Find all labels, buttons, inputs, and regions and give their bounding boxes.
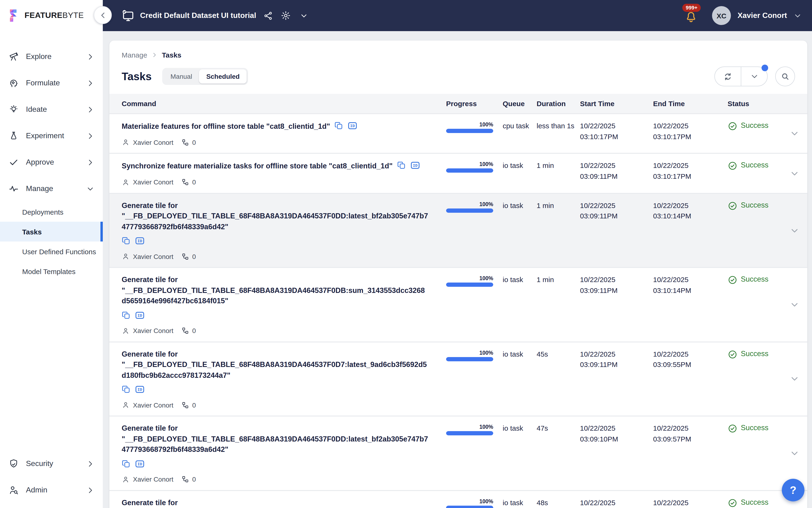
progress-label: 100% xyxy=(446,498,493,504)
end-time-cell: 10/22/202503:09:57PM xyxy=(653,423,728,444)
sidebar-item-manage[interactable]: Manage xyxy=(0,175,103,202)
copy-icon[interactable] xyxy=(397,161,406,170)
copy-icon[interactable] xyxy=(122,385,131,394)
person-icon xyxy=(122,327,130,335)
progress-bar xyxy=(446,209,493,213)
title-row: Tasks Manual Scheduled xyxy=(122,67,795,86)
table-row[interactable]: Generate tile for "__FB_DEPLOYED_TILE_TA… xyxy=(109,341,807,416)
table-row[interactable]: Generate tile for "__FB_DEPLOYED_TILE_TA… xyxy=(109,490,807,508)
search-button[interactable] xyxy=(775,67,795,86)
avatar[interactable]: XC xyxy=(712,6,731,25)
success-check-icon xyxy=(728,161,737,171)
sidebar-item-admin[interactable]: Admin xyxy=(0,477,103,503)
queue-cell: io task xyxy=(503,349,537,359)
tab-manual[interactable]: Manual xyxy=(164,69,199,83)
table-row[interactable]: Generate tile for "__FB_DEPLOYED_TILE_TA… xyxy=(109,416,807,490)
tab-scheduled[interactable]: Scheduled xyxy=(199,69,247,83)
row-expand-chevron-icon[interactable] xyxy=(790,169,799,178)
subnav-label: User Defined Functions xyxy=(22,247,96,255)
sidebar-item-tasks[interactable]: Tasks xyxy=(0,222,103,242)
command-text: Synchronize feature materialize tasks fo… xyxy=(122,162,393,170)
status-badge: Success xyxy=(728,161,782,171)
sidebar-item-label: Approve xyxy=(26,158,79,167)
progress-cell: 100% xyxy=(446,497,493,508)
table-row[interactable]: Generate tile for "__FB_DEPLOYED_TILE_TA… xyxy=(109,267,807,341)
sidebar-item-experiment[interactable]: Experiment xyxy=(0,123,103,149)
table-row[interactable]: Synchronize feature materialize tasks fo… xyxy=(109,153,807,193)
row-expand-chevron-icon[interactable] xyxy=(790,129,799,138)
sidebar-item-model-templates[interactable]: Model Templates xyxy=(0,261,103,281)
status-text: Success xyxy=(741,201,768,209)
sidebar-item-ideate[interactable]: Ideate xyxy=(0,96,103,123)
content-area: Manage Tasks Tasks Manual Scheduled xyxy=(103,31,812,508)
sidebar-item-label: Explore xyxy=(26,52,79,61)
status-text: Success xyxy=(741,161,768,170)
id-icon[interactable] xyxy=(135,236,145,246)
copy-icon[interactable] xyxy=(122,237,131,246)
progress-label: 100% xyxy=(446,122,493,127)
sidebar-item-security[interactable]: Security xyxy=(0,451,103,477)
queue-cell: io task xyxy=(503,275,537,285)
sidebar-item-formulate[interactable]: Formulate xyxy=(0,70,103,96)
row-expand-chevron-icon[interactable] xyxy=(790,300,799,309)
row-expand-chevron-icon[interactable] xyxy=(790,226,799,235)
chevron-down-icon[interactable] xyxy=(298,9,310,22)
sidebar-item-approve[interactable]: Approve xyxy=(0,149,103,175)
share-icon[interactable] xyxy=(262,9,274,22)
status-text: Success xyxy=(741,121,768,130)
copy-icon[interactable] xyxy=(334,121,343,130)
id-icon[interactable] xyxy=(135,459,145,469)
workspace-title: Credit Default Dataset UI tutorial xyxy=(140,11,256,20)
col-end-time: End Time xyxy=(653,99,728,108)
row-expand-chevron-icon[interactable] xyxy=(790,449,799,458)
sidebar-spacer xyxy=(0,281,103,438)
table-row[interactable]: Materialize features for offline store t… xyxy=(109,113,807,153)
help-button[interactable]: ? xyxy=(782,479,805,501)
sidebar-item-user-defined-functions[interactable]: User Defined Functions xyxy=(0,242,103,261)
table-row[interactable]: Generate tile for "__FB_DEPLOYED_TILE_TA… xyxy=(109,193,807,267)
featurebyte-logo[interactable]: FEATUREBYTE xyxy=(0,0,103,31)
topbar-right: 999+ XC Xavier Conort xyxy=(685,6,802,25)
breadcrumb: Manage Tasks xyxy=(122,51,795,59)
subtask-count: 0 xyxy=(192,401,196,409)
table-header-row: Command Progress Queue Duration Start Ti… xyxy=(109,94,807,113)
refresh-button[interactable] xyxy=(715,67,741,86)
chevron-right-icon xyxy=(86,486,94,494)
sidebar-item-explore[interactable]: Explore xyxy=(0,43,103,70)
command-cell: Generate tile for "__FB_DEPLOYED_TILE_TA… xyxy=(122,349,446,409)
command-cell: Generate tile for "__FB_DEPLOYED_TILE_TA… xyxy=(122,423,446,483)
queue-cell: cpu task xyxy=(503,121,537,131)
subtask-count: 0 xyxy=(192,253,196,260)
notifications-bell-icon[interactable]: 999+ xyxy=(685,7,699,24)
owner-name: Xavier Conort xyxy=(133,401,173,409)
user-menu-chevron-icon[interactable] xyxy=(794,11,802,19)
card-head: Manage Tasks Tasks Manual Scheduled xyxy=(109,41,807,86)
id-icon[interactable] xyxy=(135,310,145,320)
gear-icon[interactable] xyxy=(280,9,292,22)
end-time-cell: 10/22/202503:10:17PM xyxy=(653,161,728,182)
sidebar-nav: Explore Formulate Ideate xyxy=(0,31,103,281)
status-badge: Success xyxy=(728,121,782,131)
main-column: Credit Default Dataset UI tutorial 999+ … xyxy=(103,0,812,508)
workspace-switcher[interactable]: Credit Default Dataset UI tutorial xyxy=(103,9,310,22)
copy-icon[interactable] xyxy=(122,311,131,320)
end-time-cell: 10/22/202503:09:58PM xyxy=(653,497,728,508)
sidebar-collapse-button[interactable] xyxy=(94,6,112,24)
id-icon[interactable] xyxy=(135,384,145,394)
person-icon xyxy=(122,401,130,409)
sidebar-item-deployments[interactable]: Deployments xyxy=(0,202,103,222)
sidebar-item-label: Experiment xyxy=(26,132,79,140)
start-time-cell: 10/22/202503:10:17PM xyxy=(580,121,653,142)
copy-icon[interactable] xyxy=(122,459,131,468)
id-icon[interactable] xyxy=(348,121,357,131)
duration-cell: less than 1s xyxy=(537,121,580,131)
subnav-label: Model Templates xyxy=(22,267,76,275)
refresh-icon xyxy=(723,72,733,81)
chevron-down-icon xyxy=(86,185,94,193)
row-expand-chevron-icon[interactable] xyxy=(790,374,799,384)
featurebyte-logo-icon xyxy=(8,8,21,23)
duration-cell: 1 min xyxy=(537,161,580,171)
id-icon[interactable] xyxy=(410,161,420,171)
progress-cell: 100% xyxy=(446,349,493,361)
breadcrumb-manage[interactable]: Manage xyxy=(122,51,147,59)
